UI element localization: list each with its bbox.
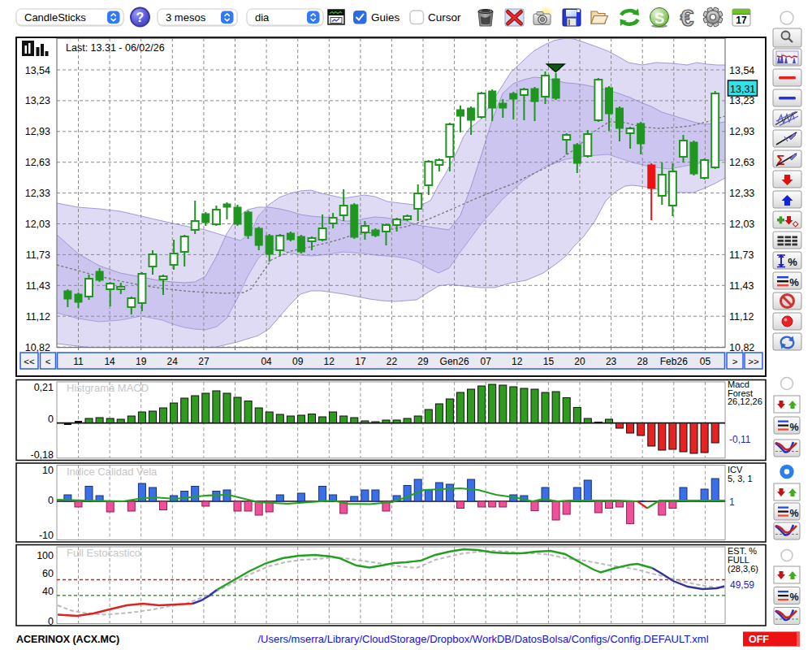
- svg-text:Guies: Guies: [371, 11, 400, 24]
- svg-text:<<: <<: [24, 357, 35, 366]
- svg-text:10,82: 10,82: [729, 342, 754, 353]
- svg-text:>>: >>: [748, 357, 759, 366]
- svg-text:07: 07: [481, 356, 492, 367]
- svg-text:%: %: [788, 256, 797, 268]
- svg-text:/Users/mserra/Library/CloudSto: /Users/mserra/Library/CloudStorage/Dropb…: [257, 633, 708, 645]
- svg-text:ACERINOX (ACX.MC): ACERINOX (ACX.MC): [16, 634, 119, 645]
- svg-text:20: 20: [574, 356, 585, 367]
- svg-text:3 mesos: 3 mesos: [166, 11, 206, 24]
- svg-text:10,82: 10,82: [25, 342, 50, 353]
- svg-text:5, 3, 1: 5, 3, 1: [728, 474, 753, 483]
- svg-text:12,33: 12,33: [25, 188, 50, 199]
- svg-text:40: 40: [42, 586, 54, 597]
- svg-text:05: 05: [700, 356, 711, 367]
- svg-text:11,73: 11,73: [729, 249, 754, 261]
- svg-text:27: 27: [198, 356, 209, 367]
- svg-text:0: 0: [48, 495, 54, 506]
- svg-text:11,12: 11,12: [729, 311, 754, 323]
- svg-text:0,21: 0,21: [34, 382, 54, 393]
- svg-text:%: %: [789, 276, 799, 288]
- svg-text:Cursor: Cursor: [428, 11, 461, 24]
- svg-text:CandleSticks: CandleSticks: [24, 11, 86, 24]
- svg-text:12,93: 12,93: [729, 126, 754, 137]
- svg-text:11,43: 11,43: [26, 280, 50, 292]
- svg-text:23: 23: [606, 356, 617, 367]
- svg-text:Feb26: Feb26: [660, 356, 688, 367]
- svg-text:13,54: 13,54: [25, 65, 50, 76]
- svg-text:Gen26: Gen26: [440, 356, 469, 367]
- svg-text:13,23: 13,23: [25, 95, 50, 106]
- svg-text:0: 0: [48, 616, 54, 627]
- svg-text:%: %: [789, 508, 798, 519]
- svg-text:60: 60: [42, 568, 54, 579]
- svg-text:19: 19: [136, 356, 147, 367]
- svg-text:14: 14: [104, 356, 115, 367]
- svg-text:29: 29: [417, 356, 429, 367]
- svg-text:1: 1: [729, 496, 735, 508]
- svg-text:12,63: 12,63: [25, 157, 50, 168]
- svg-text:12: 12: [512, 356, 523, 367]
- svg-text:10: 10: [42, 465, 54, 476]
- svg-text:13,31: 13,31: [730, 84, 755, 95]
- svg-text:<: <: [45, 357, 51, 366]
- svg-text:11,12: 11,12: [26, 311, 50, 323]
- svg-text:Last: 13.31 - 06/02/26: Last: 13.31 - 06/02/26: [66, 42, 165, 54]
- svg-text:-0,18: -0,18: [31, 449, 54, 461]
- svg-text:22: 22: [387, 356, 398, 367]
- svg-text:04: 04: [261, 356, 272, 367]
- svg-text:dia: dia: [255, 11, 270, 24]
- svg-text:-0,11: -0,11: [729, 434, 751, 445]
- svg-text:100: 100: [37, 550, 54, 561]
- svg-text:26,12,26: 26,12,26: [728, 396, 762, 406]
- svg-text:S: S: [654, 10, 665, 27]
- svg-text:13,54: 13,54: [729, 65, 754, 76]
- svg-text:OFF: OFF: [749, 634, 769, 645]
- svg-text:17: 17: [736, 15, 747, 26]
- svg-text:12,03: 12,03: [729, 219, 754, 230]
- svg-text:13,23: 13,23: [729, 95, 754, 106]
- svg-text:(28,3,6): (28,3,6): [728, 564, 758, 574]
- svg-text:11: 11: [73, 356, 84, 367]
- svg-text:17: 17: [355, 356, 366, 367]
- svg-text:11,73: 11,73: [26, 249, 50, 261]
- svg-text:Full Estocastico: Full Estocastico: [67, 547, 140, 559]
- svg-text:12,03: 12,03: [25, 219, 50, 230]
- svg-text:49,59: 49,59: [730, 579, 754, 591]
- svg-text:Indice Calidad Vela: Indice Calidad Vela: [67, 466, 158, 478]
- svg-text:€: €: [680, 4, 694, 31]
- svg-text:%: %: [789, 592, 798, 603]
- svg-text:12: 12: [324, 356, 335, 367]
- svg-text:0: 0: [48, 414, 54, 425]
- svg-text:-10: -10: [39, 530, 54, 541]
- svg-text:%: %: [789, 422, 798, 433]
- svg-text:28: 28: [637, 356, 649, 367]
- svg-text:>: >: [732, 357, 738, 366]
- svg-text:15: 15: [543, 356, 555, 367]
- svg-text:11,43: 11,43: [729, 280, 754, 292]
- svg-text:12,63: 12,63: [729, 157, 754, 168]
- svg-text:Histgramá MACD: Histgramá MACD: [67, 382, 149, 394]
- svg-text:09: 09: [292, 356, 304, 367]
- svg-text:?: ?: [136, 11, 145, 24]
- svg-text:12,93: 12,93: [25, 126, 50, 137]
- svg-text:12,33: 12,33: [729, 188, 754, 199]
- svg-text:24: 24: [167, 356, 179, 367]
